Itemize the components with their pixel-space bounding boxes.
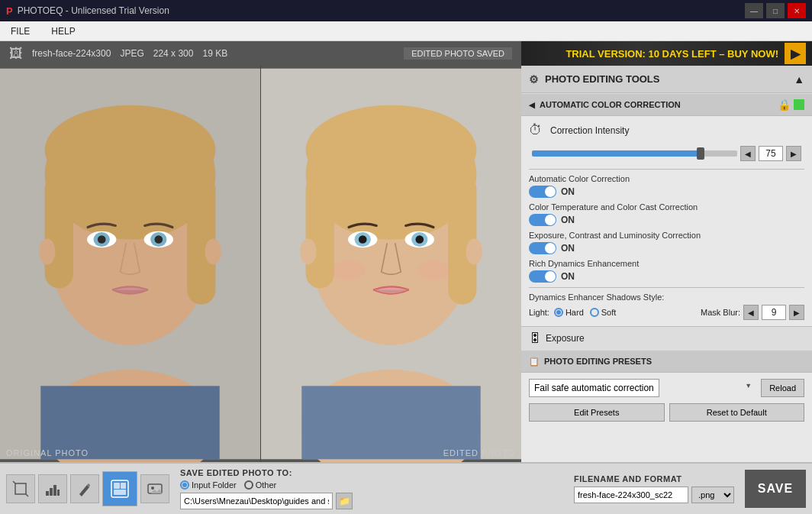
other-folder-option[interactable]: Other bbox=[244, 480, 277, 490]
auto-color-content: ⏱ Correction Intensity ◀ 75 ▶ Automatic … bbox=[521, 116, 812, 326]
svg-point-13 bbox=[154, 235, 163, 244]
mask-blur-value: 9 bbox=[762, 305, 786, 320]
pen-icon bbox=[76, 480, 93, 497]
toggle-color-temp-switch[interactable] bbox=[529, 214, 556, 226]
menu-help[interactable]: HELP bbox=[47, 24, 79, 38]
original-photo-svg bbox=[0, 66, 260, 462]
filename-input[interactable] bbox=[574, 487, 688, 503]
toggle-exposure: Exposure, Contrast and Luminosity Correc… bbox=[529, 231, 804, 254]
toggle-auto-color-switch[interactable] bbox=[529, 186, 556, 198]
svg-point-29 bbox=[415, 235, 424, 244]
crop-tool[interactable] bbox=[6, 474, 35, 503]
toggle-exposure-switch[interactable] bbox=[529, 242, 556, 254]
app-title: PHOTOEQ - Unlicensed Trial Version bbox=[18, 5, 169, 16]
presets-section-header: 📋 PHOTO EDITING PRESETS bbox=[521, 350, 812, 373]
photo-small-tool[interactable] bbox=[140, 474, 169, 503]
svg-point-23 bbox=[306, 105, 477, 195]
reload-button[interactable]: Reload bbox=[761, 379, 804, 397]
intensity-slider-track[interactable] bbox=[532, 150, 737, 157]
dynamics-shadow-row: Light: Hard Soft Mask Blur: ◀ 9 ▶ bbox=[529, 305, 804, 320]
exposure-icon: 🎛 bbox=[529, 331, 541, 345]
svg-point-32 bbox=[333, 260, 366, 280]
svg-point-46 bbox=[151, 487, 154, 490]
photo-edit-tool[interactable] bbox=[102, 471, 137, 506]
photo-area: ORIGINAL PHOTO bbox=[0, 66, 521, 462]
radio-soft[interactable]: Soft bbox=[590, 308, 617, 317]
toggle-rich-dynamics-row: ON bbox=[529, 270, 804, 283]
format-select[interactable]: .png .jpg .bmp .tif bbox=[691, 487, 734, 503]
toggle-auto-color-state: ON bbox=[561, 186, 575, 197]
svg-point-14 bbox=[39, 238, 55, 264]
svg-line-36 bbox=[26, 494, 28, 496]
toggle-auto-color-label: Automatic Color Correction bbox=[529, 174, 804, 183]
menu-file[interactable]: FILE bbox=[6, 24, 34, 38]
svg-rect-5 bbox=[45, 174, 73, 288]
save-path-input[interactable] bbox=[180, 493, 333, 509]
minimize-button[interactable]: — bbox=[745, 3, 763, 18]
active-indicator bbox=[794, 99, 804, 110]
buy-arrow[interactable]: ▶ bbox=[785, 43, 806, 64]
edited-photo-panel: EDITED PHOTO bbox=[261, 66, 521, 462]
presets-content: Fail safe automatic correction Reload Ed… bbox=[521, 373, 812, 428]
toggle-rich-dynamics-switch[interactable] bbox=[529, 270, 556, 283]
intensity-value: 75 bbox=[759, 146, 783, 161]
histogram-icon bbox=[44, 480, 61, 497]
toggle-color-temp-state: ON bbox=[561, 215, 575, 225]
intensity-row: ⏱ Correction Intensity bbox=[529, 122, 804, 138]
save-button[interactable]: SAVE bbox=[745, 470, 806, 508]
radio-soft-circle bbox=[590, 308, 599, 317]
trial-banner[interactable]: TRIAL VERSION: 10 DAYS LEFT – BUY NOW! ▶ bbox=[521, 41, 812, 66]
radio-hard-label: Hard bbox=[566, 308, 584, 317]
divider-2 bbox=[529, 287, 804, 288]
slider-increment[interactable]: ▶ bbox=[786, 146, 801, 161]
slider-decrement[interactable]: ◀ bbox=[740, 146, 756, 161]
panel-header: ⚙ PHOTO EDITING TOOLS ▲ bbox=[521, 66, 812, 93]
edit-presets-button[interactable]: Edit Presets bbox=[529, 403, 665, 422]
panel-title: PHOTO EDITING TOOLS bbox=[545, 73, 659, 85]
svg-point-33 bbox=[417, 260, 450, 280]
filename: fresh-face-224x300 bbox=[32, 48, 111, 59]
intensity-slider-thumb[interactable] bbox=[697, 147, 704, 160]
other-folder-radio bbox=[244, 480, 253, 490]
tools-icon: ⚙ bbox=[529, 73, 539, 86]
filename-row: .png .jpg .bmp .tif bbox=[574, 487, 734, 503]
svg-point-31 bbox=[466, 238, 482, 264]
light-label: Light: bbox=[529, 308, 549, 317]
preset-select-row: Fail safe automatic correction Reload bbox=[529, 379, 804, 397]
preset-select[interactable]: Fail safe automatic correction bbox=[529, 379, 659, 397]
radio-hard[interactable]: Hard bbox=[554, 308, 584, 317]
svg-line-35 bbox=[13, 481, 15, 483]
input-folder-radio bbox=[180, 480, 189, 490]
divider-1 bbox=[529, 169, 804, 170]
right-panel: ⚙ PHOTO EDITING TOOLS ▲ ◀ AUTOMATIC COLO… bbox=[521, 66, 812, 462]
histogram-tool[interactable] bbox=[38, 474, 67, 503]
save-path-row: 📁 bbox=[180, 493, 557, 509]
toggle-rich-dynamics-label: Rich Dynamics Enhancement bbox=[529, 259, 804, 268]
svg-point-30 bbox=[300, 238, 316, 264]
input-folder-option[interactable]: Input Folder bbox=[180, 480, 237, 490]
toggle-rich-dynamics-knob bbox=[545, 271, 556, 282]
svg-point-15 bbox=[205, 238, 221, 264]
close-button[interactable]: ✕ bbox=[788, 3, 806, 18]
folder-browse-button[interactable]: 📁 bbox=[336, 493, 353, 509]
preset-select-wrapper: Fail safe automatic correction bbox=[529, 379, 756, 397]
reset-to-default-button[interactable]: Reset to Default bbox=[669, 403, 805, 422]
filename-format-title: FILENAME AND FORMAT bbox=[574, 474, 734, 483]
auto-color-section-header: ◀ AUTOMATIC COLOR CORRECTION 🔒 bbox=[521, 93, 812, 116]
lock-icon: 🔒 bbox=[778, 99, 791, 111]
svg-rect-38 bbox=[50, 488, 53, 496]
maximize-button[interactable]: □ bbox=[766, 3, 785, 18]
edit-pen-tool[interactable] bbox=[70, 474, 99, 503]
collapse-button[interactable]: ▲ bbox=[794, 73, 804, 86]
svg-rect-39 bbox=[53, 485, 56, 496]
slider-row: ◀ 75 ▶ bbox=[529, 146, 804, 161]
save-options: Input Folder Other bbox=[180, 480, 557, 490]
mask-blur-decrement[interactable]: ◀ bbox=[743, 305, 759, 320]
exposure-row: 🎛 Exposure bbox=[521, 326, 812, 350]
toggle-color-temp-row: ON bbox=[529, 214, 804, 226]
titlebar: P PHOTOEQ - Unlicensed Trial Version — □… bbox=[0, 0, 812, 21]
svg-point-7 bbox=[45, 105, 216, 195]
presets-icon: 📋 bbox=[529, 357, 540, 367]
radio-hard-circle bbox=[554, 308, 563, 317]
mask-blur-increment[interactable]: ▶ bbox=[789, 305, 804, 320]
